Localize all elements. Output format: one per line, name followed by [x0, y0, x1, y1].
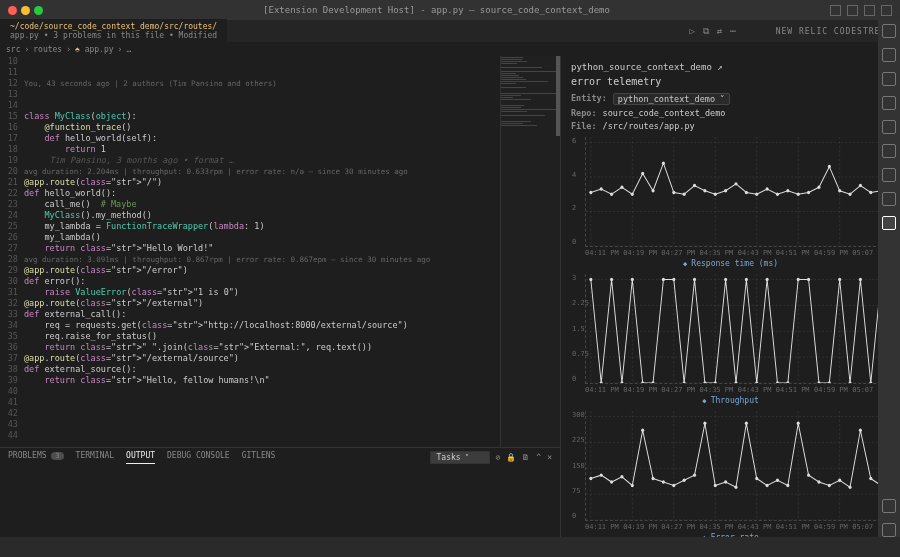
beaker-icon[interactable] — [882, 192, 896, 206]
svg-point-33 — [807, 191, 810, 194]
svg-point-81 — [869, 381, 872, 383]
split-icon[interactable]: ⧉ — [703, 26, 709, 37]
svg-point-69 — [745, 278, 748, 281]
svg-point-18 — [652, 189, 655, 192]
svg-point-67 — [724, 278, 727, 281]
svg-point-35 — [828, 165, 831, 168]
open-external-icon[interactable]: ↗ — [717, 62, 722, 72]
zoom-window-icon[interactable] — [34, 6, 43, 15]
svg-point-99 — [620, 475, 623, 478]
svg-point-111 — [745, 422, 748, 425]
run-icon[interactable]: ▷ — [689, 26, 694, 36]
svg-point-103 — [662, 480, 665, 483]
svg-point-29 — [766, 187, 769, 190]
toggle-sidebar-icon[interactable] — [847, 5, 858, 16]
output-channel-select[interactable]: Tasks ˅ — [430, 451, 490, 464]
codestream-label: NEW RELIC CODESTREAM — [776, 27, 892, 36]
settings-gear-icon[interactable] — [882, 523, 896, 537]
chart-label-1: Throughput — [571, 396, 890, 405]
panel-tab-terminal[interactable]: TERMINAL — [76, 451, 115, 464]
search-icon[interactable] — [882, 48, 896, 62]
svg-point-80 — [859, 278, 862, 281]
tab-path: ~/code/source_code_context_demo/src/rout… — [10, 22, 217, 31]
svg-point-16 — [631, 192, 634, 195]
svg-point-122 — [859, 429, 862, 432]
svg-point-24 — [714, 192, 717, 195]
debug-icon[interactable] — [882, 96, 896, 110]
svg-point-114 — [776, 479, 779, 482]
titlebar: [Extension Development Host] - app.py — … — [0, 0, 900, 20]
extensions-icon[interactable] — [882, 120, 896, 134]
svg-point-36 — [838, 189, 841, 192]
svg-point-72 — [776, 381, 779, 383]
chart-1[interactable]: 32.251.50.750 — [585, 274, 886, 384]
svg-point-97 — [600, 473, 603, 476]
svg-point-54 — [589, 278, 592, 281]
codestream-icon[interactable] — [882, 216, 896, 230]
svg-point-32 — [797, 192, 800, 195]
svg-point-121 — [849, 485, 852, 488]
file-value: /src/routes/app.py — [603, 121, 695, 131]
maximize-panel-icon[interactable]: ^ — [536, 453, 541, 462]
panel-tab-debug[interactable]: DEBUG CONSOLE — [167, 451, 230, 464]
svg-point-113 — [766, 484, 769, 487]
chart-0[interactable]: 6420 — [585, 137, 886, 247]
svg-point-38 — [859, 184, 862, 187]
chart-label-0: Response time (ms) — [571, 259, 890, 268]
svg-point-107 — [703, 422, 706, 425]
entity-select[interactable]: python_context_demo ˅ — [613, 93, 730, 105]
open-file-icon[interactable]: 🗎 — [522, 453, 530, 462]
svg-point-78 — [838, 278, 841, 281]
clear-output-icon[interactable]: ⊘ — [496, 453, 501, 462]
more-icon[interactable]: ⋯ — [730, 26, 735, 36]
toggle-panel-icon[interactable] — [830, 5, 841, 16]
code-editor[interactable]: 1011121314151617181920212223242526272829… — [0, 56, 560, 447]
layout-toggles — [830, 5, 892, 16]
svg-point-20 — [672, 191, 675, 194]
remote-icon[interactable] — [882, 168, 896, 182]
account-icon[interactable] — [882, 499, 896, 513]
scm-icon[interactable] — [882, 72, 896, 86]
chart-2[interactable]: 300225150750 — [585, 411, 886, 521]
svg-point-17 — [641, 172, 644, 175]
svg-point-64 — [693, 278, 696, 281]
svg-point-58 — [631, 278, 634, 281]
svg-point-96 — [589, 477, 592, 480]
close-window-icon[interactable] — [8, 6, 17, 15]
editor-tab-1[interactable]: ~/code/source_code_context_demo/src/rout… — [0, 19, 227, 43]
svg-point-25 — [724, 189, 727, 192]
panel-tab-gitlens[interactable]: GITLENS — [242, 451, 276, 464]
bottom-panel: PROBLEMS 3 TERMINAL OUTPUT DEBUG CONSOLE… — [0, 447, 560, 537]
minimap[interactable] — [500, 56, 560, 447]
svg-point-14 — [610, 192, 613, 195]
lock-scroll-icon[interactable]: 🔒 — [506, 453, 516, 462]
svg-point-98 — [610, 480, 613, 483]
breadcrumb[interactable]: src›routes›⬘ app.py›… — [0, 42, 900, 56]
svg-point-71 — [766, 278, 769, 281]
svg-point-65 — [703, 381, 706, 383]
svg-point-116 — [797, 422, 800, 425]
test-icon[interactable] — [882, 144, 896, 158]
close-panel-icon[interactable]: × — [547, 453, 552, 462]
svg-point-123 — [869, 477, 872, 480]
svg-point-76 — [817, 381, 820, 383]
svg-point-55 — [600, 381, 603, 383]
svg-point-68 — [734, 381, 737, 383]
panel-tab-output[interactable]: OUTPUT — [126, 451, 155, 464]
status-bar[interactable] — [0, 537, 900, 557]
section-heading: error telemetry — [571, 76, 890, 87]
panel-tab-problems[interactable]: PROBLEMS 3 — [8, 451, 64, 464]
minimize-window-icon[interactable] — [21, 6, 30, 15]
svg-point-100 — [631, 484, 634, 487]
svg-point-117 — [807, 473, 810, 476]
svg-point-73 — [786, 381, 789, 383]
svg-point-30 — [776, 192, 779, 195]
toggle-secondary-icon[interactable] — [864, 5, 875, 16]
svg-point-23 — [703, 189, 706, 192]
minimap-thumb[interactable] — [556, 56, 560, 136]
compare-icon[interactable]: ⇄ — [717, 26, 722, 36]
customize-layout-icon[interactable] — [881, 5, 892, 16]
svg-point-27 — [745, 191, 748, 194]
svg-point-31 — [786, 189, 789, 192]
explorer-icon[interactable] — [882, 24, 896, 38]
